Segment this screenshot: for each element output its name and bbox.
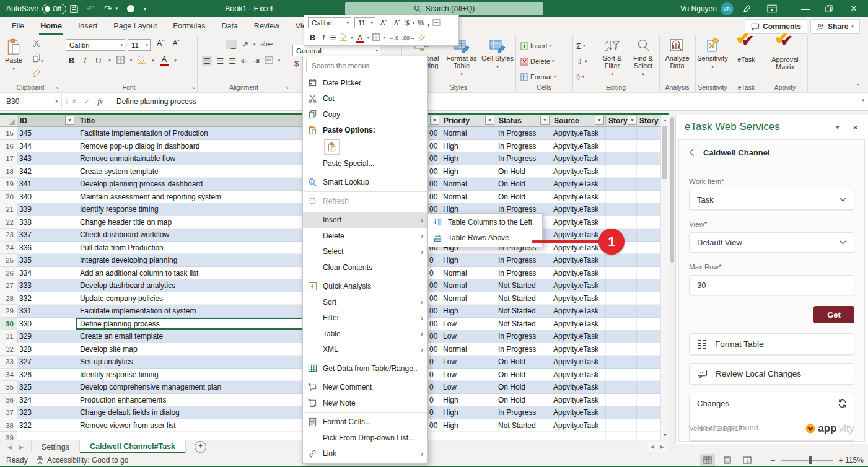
- cell-status[interactable]: In Progress: [496, 343, 551, 356]
- cell-story[interactable]: [606, 305, 637, 318]
- sensitivity-button[interactable]: Sensitivity▾: [696, 38, 729, 71]
- mini-align-button[interactable]: ☰: [330, 33, 336, 42]
- cell-story-name[interactable]: [637, 267, 660, 280]
- taskpane-scrollbar-thumb[interactable]: [670, 117, 674, 263]
- format-table-button[interactable]: Format Table: [689, 333, 854, 355]
- font-color-button[interactable]: A: [160, 56, 169, 66]
- formula-input[interactable]: Define planning process: [112, 94, 853, 109]
- mini-accounting-button[interactable]: $: [405, 19, 410, 27]
- cell-story-name[interactable]: [637, 406, 660, 419]
- cell-hidden-column[interactable]: 00: [427, 178, 441, 191]
- cell-hidden-column[interactable]: 0: [427, 369, 441, 382]
- cell-story-name[interactable]: [637, 242, 660, 255]
- cell-id[interactable]: 333: [17, 279, 76, 292]
- cell-story[interactable]: [606, 178, 637, 191]
- cell-hidden-column[interactable]: 0: [427, 254, 441, 267]
- cell-source[interactable]: Appvity.eTask: [551, 254, 606, 267]
- cell-status[interactable]: On Hold: [496, 394, 551, 407]
- cell-status[interactable]: On Hold: [496, 165, 551, 178]
- sheet-nav-next[interactable]: ▶: [19, 444, 24, 450]
- sheet-tab-settings[interactable]: Settings: [32, 440, 80, 453]
- cell-source[interactable]: Appvity.eTask: [551, 229, 606, 242]
- select-all-corner[interactable]: [0, 115, 17, 127]
- menu-search-box[interactable]: [306, 59, 424, 72]
- cell-story-name[interactable]: [637, 191, 660, 204]
- row-header[interactable]: 34: [0, 369, 17, 382]
- cell-story[interactable]: [606, 152, 637, 165]
- ribbon-tab-formulas[interactable]: Formulas: [165, 17, 213, 35]
- pane-close-button[interactable]: ×: [853, 122, 858, 133]
- menu-item-filter[interactable]: Filter ›: [303, 310, 427, 326]
- cell-source[interactable]: Appvity.eTask: [551, 242, 606, 255]
- cell-source[interactable]: Appvity.eTask: [551, 140, 606, 153]
- accounting-format-button[interactable]: $: [294, 59, 299, 68]
- menu-item-clear-contents[interactable]: Clear Contents: [303, 260, 427, 276]
- approval-matrix-button[interactable]: ✔ ✔ Approval Matrix: [768, 38, 802, 71]
- cell-story[interactable]: [606, 343, 637, 356]
- menu-item-paste-clipboard[interactable]: [303, 138, 427, 155]
- cell-story-name[interactable]: [637, 356, 660, 369]
- row-header[interactable]: 39: [0, 432, 17, 440]
- align-bottom-button[interactable]: –_: [226, 40, 237, 49]
- row-header[interactable]: 16: [0, 140, 17, 153]
- merge-center-button[interactable]: [265, 55, 273, 66]
- cell-priority[interactable]: Low: [441, 318, 496, 331]
- menu-item-sort[interactable]: Sort ›: [303, 294, 427, 310]
- menu-item-date-picker[interactable]: Date Picker: [303, 75, 427, 91]
- cell-status[interactable]: Not Started: [496, 279, 551, 292]
- cell-story-name[interactable]: [637, 330, 660, 343]
- close-button[interactable]: ×: [843, 0, 864, 17]
- cell-source[interactable]: Appvity.eTask: [551, 152, 606, 165]
- column-header-priority[interactable]: Priority▾: [441, 115, 496, 127]
- insert-cells-button[interactable]: Insert▾: [520, 40, 556, 51]
- mini-decrease-decimal-button[interactable]: .00→: [401, 35, 415, 41]
- cell-hidden-column[interactable]: 0: [427, 267, 441, 280]
- cell-source[interactable]: Appvity.eTask: [551, 292, 606, 305]
- cell-story-name[interactable]: [637, 305, 660, 318]
- cell-id[interactable]: 332: [17, 292, 76, 305]
- cell-priority[interactable]: Normal: [441, 127, 496, 140]
- get-button[interactable]: Get: [813, 306, 854, 323]
- zoom-slider[interactable]: [781, 460, 833, 461]
- find-select-button[interactable]: Find & Select▾: [628, 38, 658, 78]
- column-header-story[interactable]: Story▾: [606, 115, 637, 127]
- cell-story[interactable]: [606, 381, 637, 394]
- review-local-changes-button[interactable]: Review Local Changes: [689, 363, 854, 385]
- cell-hidden-column[interactable]: 00: [427, 152, 441, 165]
- page-layout-view-button[interactable]: [720, 454, 735, 466]
- cell-story-name[interactable]: [637, 292, 660, 305]
- cell-id[interactable]: 327: [17, 356, 76, 369]
- cell-priority[interactable]: High: [441, 254, 496, 267]
- filter-button[interactable]: ▾: [540, 116, 550, 125]
- ribbon-tab-home[interactable]: Home: [32, 17, 70, 35]
- cell-id[interactable]: 339: [17, 203, 76, 216]
- row-header[interactable]: 25: [0, 254, 17, 267]
- cell-source[interactable]: Appvity.eTask: [551, 305, 606, 318]
- minimize-button[interactable]: —: [795, 0, 816, 17]
- align-top-button[interactable]: ‒¯: [202, 40, 211, 49]
- ribbon-tab-review[interactable]: Review: [246, 17, 287, 35]
- menu-item-pick-from-drop-down-list[interactable]: Pick From Drop-down List...: [303, 430, 427, 446]
- cell-priority[interactable]: Normal: [441, 292, 496, 305]
- paste-button[interactable]: Paste▾: [5, 38, 22, 72]
- cell-hidden-column[interactable]: 0: [427, 381, 441, 394]
- cell-id[interactable]: 325: [17, 381, 76, 394]
- cell-source[interactable]: Appvity.eTask: [551, 419, 606, 432]
- row-header[interactable]: 29: [0, 305, 17, 318]
- hscroll-right-arrow[interactable]: ▶: [657, 442, 667, 452]
- etask-button[interactable]: ✔ ✔ eTask: [732, 38, 760, 63]
- cell-hidden-column[interactable]: 00: [427, 292, 441, 305]
- column-header-source[interactable]: Source▾: [551, 115, 606, 127]
- cell-story[interactable]: [606, 369, 637, 382]
- borders-button[interactable]: [116, 55, 125, 66]
- cell-hidden-column[interactable]: [427, 432, 441, 440]
- mini-percent-button[interactable]: %: [418, 19, 424, 27]
- cell-priority[interactable]: High: [441, 165, 496, 178]
- cell-id[interactable]: 342: [17, 165, 76, 178]
- cell-story-name[interactable]: [637, 216, 660, 229]
- pen-mode-button[interactable]: [742, 0, 752, 17]
- filter-button[interactable]: ▾: [628, 116, 637, 125]
- cell-story-name[interactable]: [637, 203, 660, 216]
- cell-source[interactable]: Appvity.eTask: [551, 178, 606, 191]
- cell-source[interactable]: Appvity.eTask: [551, 267, 606, 280]
